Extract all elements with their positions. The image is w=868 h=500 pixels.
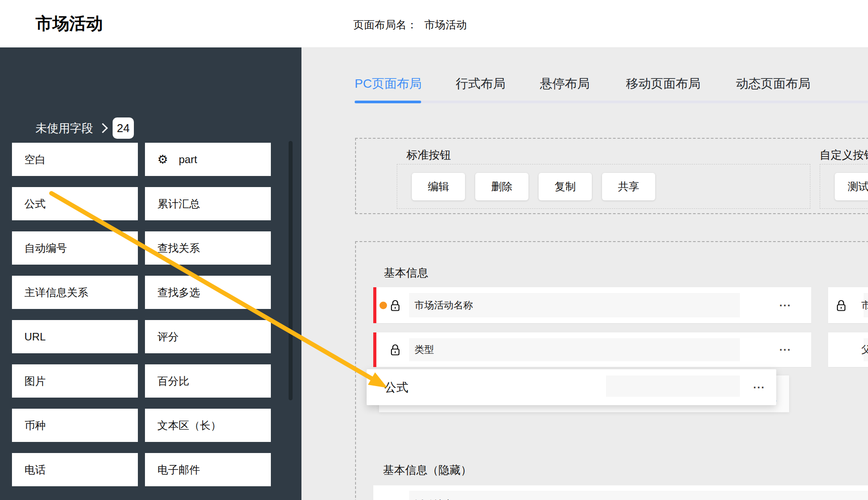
custom-buttons-label: 自定义按钮 (820, 148, 868, 162)
field-type-label: part (179, 153, 197, 166)
field-type-label: 电话 (24, 463, 46, 477)
required-bar (373, 332, 376, 367)
required-dot-icon (379, 301, 387, 309)
field-type-url[interactable]: URL (12, 320, 138, 353)
section-title-basic-info-hidden: 基本信息（隐藏） (383, 463, 472, 477)
layout-name: 页面布局名：市场活动 (353, 18, 467, 32)
test1-button[interactable]: 测试1 (835, 173, 868, 200)
field-type-percent[interactable]: 百分比 (145, 364, 271, 398)
dragged-field-label: 公式 (384, 379, 408, 395)
tab-hover-layout[interactable]: 悬停布局 (540, 75, 590, 92)
field-value-area (606, 375, 740, 397)
share-button[interactable]: 共享 (602, 173, 655, 200)
field-type-label: 查找关系 (157, 241, 200, 255)
field-type-label: 币种 (24, 418, 46, 433)
field-type-label: 文本区（长） (157, 418, 221, 433)
field-label: 活动地点 (414, 498, 454, 500)
delete-button[interactable]: 删除 (475, 173, 528, 200)
field-row-campaign-name[interactable]: 市场活动名称 ··· (373, 287, 811, 323)
dragged-formula-card[interactable]: 公式 ··· (367, 369, 776, 405)
edit-button[interactable]: 编辑 (412, 173, 465, 200)
field-label: 市 (861, 299, 868, 312)
field-type-grid: 空白 ⚙part 公式 累计汇总 自动编号 查找关系 主详信息关系 查找多选 U… (12, 143, 271, 486)
chevron-right-icon (98, 123, 108, 133)
field-value-area (409, 491, 868, 500)
field-row-type[interactable]: 类型 ··· (373, 332, 811, 367)
field-type-lookup[interactable]: 查找关系 (145, 231, 271, 265)
field-type-multilookup[interactable]: 查找多选 (145, 276, 271, 309)
field-type-formula[interactable]: 公式 (12, 187, 138, 220)
field-type-label: 百分比 (157, 374, 189, 388)
field-type-label: 累计汇总 (157, 197, 200, 211)
section-title-basic-info: 基本信息 (384, 266, 428, 280)
gear-icon: ⚙ (157, 153, 168, 165)
field-type-autonumber[interactable]: 自动编号 (12, 231, 138, 265)
field-type-label: 评分 (157, 330, 179, 344)
standard-buttons-box: 编辑 删除 复制 共享 (397, 164, 810, 209)
header: 市场活动 页面布局名：市场活动 (0, 0, 868, 48)
field-type-longtext[interactable]: 文本区（长） (145, 409, 271, 442)
field-label: 父 (861, 343, 868, 356)
tab-row-layout[interactable]: 行式布局 (456, 75, 505, 92)
field-type-blank[interactable]: 空白 (12, 143, 138, 176)
field-type-part[interactable]: ⚙part (145, 143, 271, 176)
lock-icon (390, 299, 401, 311)
field-type-masterdetail[interactable]: 主详信息关系 (12, 276, 138, 309)
field-type-label: 图片 (24, 374, 46, 388)
custom-buttons-box: 测试1 (820, 164, 868, 209)
field-type-label: 空白 (24, 152, 46, 167)
tab-track (355, 101, 868, 103)
layout-name-label: 页面布局名： (353, 19, 417, 31)
field-type-label: URL (24, 331, 46, 343)
lock-icon (390, 344, 401, 356)
field-row-location[interactable]: 活动地点 (373, 485, 868, 500)
unused-fields-toggle[interactable]: 未使用字段 24 (35, 117, 134, 139)
sidebar: 未使用字段 24 创建新字段 空白 ⚙part 公式 累计汇总 自动编号 查找关… (0, 47, 301, 500)
tab-pc-layout[interactable]: PC页面布局 (355, 75, 422, 92)
copy-button[interactable]: 复制 (539, 173, 592, 200)
field-more-button[interactable]: ··· (779, 344, 791, 356)
field-type-label: 公式 (24, 197, 46, 211)
field-more-button[interactable]: ··· (779, 299, 791, 312)
field-type-label: 主详信息关系 (24, 285, 88, 300)
field-type-label: 查找多选 (157, 285, 200, 300)
field-more-button[interactable]: ··· (753, 381, 765, 394)
field-type-image[interactable]: 图片 (12, 364, 138, 398)
field-label: 市场活动名称 (414, 299, 473, 312)
buttons-area: 标准按钮 编辑 删除 复制 共享 自定义按钮 测试1 (355, 138, 868, 214)
field-row-right-1[interactable]: 市 (828, 287, 868, 323)
tab-mobile-layout[interactable]: 移动页面布局 (626, 75, 700, 92)
lock-icon (836, 299, 847, 311)
field-type-currency[interactable]: 币种 (12, 409, 138, 442)
field-type-phone[interactable]: 电话 (12, 453, 138, 486)
unused-fields-count-badge: 24 (113, 117, 134, 139)
layout-name-value: 市场活动 (424, 19, 467, 31)
field-label: 类型 (414, 343, 434, 356)
unused-fields-label: 未使用字段 (35, 121, 93, 136)
standard-buttons-label: 标准按钮 (407, 148, 451, 162)
field-type-label: 电子邮件 (157, 463, 200, 477)
required-bar (373, 287, 376, 323)
field-type-rollup[interactable]: 累计汇总 (145, 187, 271, 220)
page-layout-editor: 市场活动 页面布局名：市场活动 未使用字段 24 创建新字段 空白 ⚙part … (0, 0, 868, 500)
field-type-email[interactable]: 电子邮件 (145, 453, 271, 486)
field-value-area (409, 338, 740, 361)
tab-dynamic-layout[interactable]: 动态页面布局 (736, 75, 810, 92)
field-type-label: 自动编号 (24, 241, 67, 255)
sidebar-scrollbar[interactable] (289, 141, 293, 400)
field-type-rating[interactable]: 评分 (145, 320, 271, 353)
page-title: 市场活动 (35, 12, 103, 35)
fields-area: 基本信息 市场活动名称 ··· 市 类型 ··· 父 (355, 241, 868, 500)
active-tab-underline (355, 101, 421, 103)
field-row-right-2[interactable]: 父 (828, 332, 868, 367)
